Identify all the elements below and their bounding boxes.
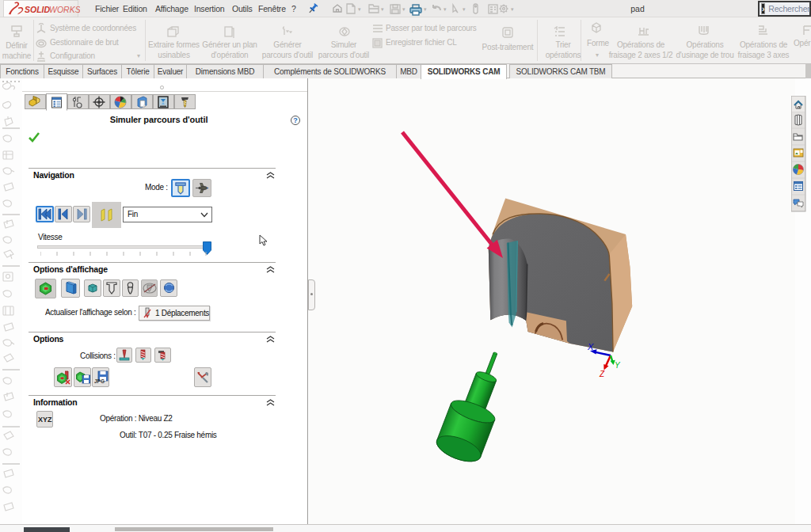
svg-text:Y: Y bbox=[615, 361, 621, 370]
svg-text:SOLID: SOLID bbox=[25, 5, 51, 14]
svg-text:▾: ▾ bbox=[424, 6, 427, 12]
svg-text:▾: ▾ bbox=[463, 6, 466, 12]
svg-text:▾: ▾ bbox=[511, 6, 514, 12]
svg-text:JPG: JPG bbox=[94, 378, 105, 384]
svg-text:WORKS: WORKS bbox=[49, 5, 80, 14]
svg-text:▾: ▾ bbox=[381, 6, 384, 12]
svg-text:▾: ▾ bbox=[402, 6, 406, 12]
svg-text:X: X bbox=[587, 342, 594, 352]
svg-text:Z: Z bbox=[599, 370, 605, 378]
svg-text:▾: ▾ bbox=[444, 6, 447, 12]
svg-text:▾: ▾ bbox=[358, 6, 361, 12]
